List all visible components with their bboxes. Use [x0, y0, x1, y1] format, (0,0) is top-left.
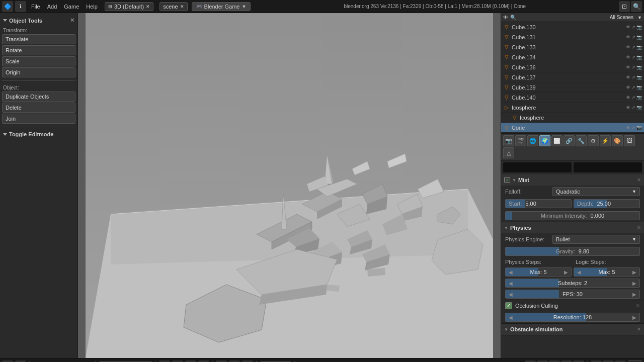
translate-button[interactable]: Translate [2, 34, 75, 44]
outliner-item-cube139[interactable]: ▽ Cube.139 👁 ↗ 📷 [501, 82, 644, 93]
physics-icon[interactable]: ⚡ [600, 135, 611, 146]
scale-button[interactable]: Scale [2, 56, 75, 66]
menu-help[interactable]: Help [83, 3, 101, 11]
outliner-item-cube133[interactable]: ▽ Cube.133 👁 ↗ 📷 [501, 42, 644, 52]
falloff-dropdown[interactable]: Quadratic ▼ [552, 187, 640, 196]
physics-close-icon[interactable]: ✕ [637, 225, 641, 230]
render-icon[interactable]: 📷 [636, 125, 642, 130]
manipulator-icon[interactable]: ↕ [216, 360, 227, 363]
outliner-item-cone[interactable]: ▽ Cone 👁 ↗ 📷 [501, 123, 644, 133]
data-icon[interactable]: △ [503, 147, 514, 158]
visibility-icon[interactable]: 👁 [626, 55, 630, 60]
visibility-icon[interactable]: 👁 [626, 75, 630, 80]
particles-icon[interactable]: ⚙ [588, 135, 599, 146]
obstacle-close-icon[interactable]: ✕ [637, 327, 641, 332]
play-icon[interactable]: ▶ [549, 360, 560, 363]
select-icon[interactable]: ↗ [631, 65, 635, 70]
texture-icon[interactable]: 🖼 [624, 135, 635, 146]
constraints-icon[interactable]: 🔗 [564, 135, 575, 146]
physics-arrow-right[interactable]: ▶ [564, 269, 568, 275]
mist-enabled-checkbox[interactable]: ✓ [504, 177, 510, 183]
duplicate-objects-button[interactable]: Duplicate Objects [2, 92, 75, 102]
res-arrow-right[interactable]: ▶ [632, 315, 636, 320]
render-icon[interactable]: 📷 [636, 35, 642, 40]
maximize-icon[interactable]: ⊡ [619, 1, 630, 12]
jump-start-icon[interactable]: ⏮ [525, 360, 536, 363]
search-icon[interactable]: 🔍 [631, 1, 642, 12]
max-logic-field[interactable]: ◀ Max: 5 ▶ [574, 267, 640, 277]
physics-arrow-left[interactable]: ◀ [509, 269, 513, 275]
modifier-icon[interactable]: 🔧 [576, 135, 587, 146]
visibility-icon[interactable]: 👁 [626, 65, 630, 70]
render-icon[interactable]: 📷 [636, 65, 642, 70]
blender-logo[interactable]: 🔷 [2, 1, 13, 12]
info-window-icon[interactable]: ℹ [15, 1, 26, 12]
next-frame-icon[interactable]: ▶ [561, 360, 572, 363]
menu-file[interactable]: File [28, 3, 43, 11]
physics-engine-dropdown[interactable]: Bullet ▼ [552, 235, 640, 244]
menu-game[interactable]: Game [61, 3, 82, 11]
origin-button[interactable]: Origin [2, 67, 75, 77]
pivot-icon[interactable]: ⊕ [229, 360, 240, 363]
menu-add[interactable]: Add [44, 3, 60, 11]
visibility-icon[interactable]: 👁 [626, 45, 630, 50]
snap-icon[interactable]: 🧲 [242, 360, 253, 363]
outliner-search-icon[interactable]: 🔍 [510, 15, 516, 20]
visibility-icon[interactable]: 👁 [626, 125, 630, 130]
join-button[interactable]: Join [2, 114, 75, 124]
outliner-item-cube136[interactable]: ▽ Cube.136 👁 ↗ 📷 [501, 62, 644, 72]
depth-field[interactable]: Depth: 25.00 [574, 199, 640, 208]
nla-icon[interactable]: 🎞 [615, 360, 626, 363]
object-tools-header[interactable]: Object Tools ✕ [2, 15, 75, 26]
occlusion-checkbox[interactable]: ✓ [505, 302, 512, 309]
mist-close-icon[interactable]: ✕ [637, 177, 641, 183]
scene-prop-icon[interactable]: 🎬 [515, 135, 526, 146]
panel-close-icon[interactable]: ✕ [70, 17, 74, 24]
frame-number[interactable]: 1 [628, 360, 642, 363]
jump-end-icon[interactable]: ⏭ [573, 360, 584, 363]
world-active-icon[interactable]: 🌍 [539, 135, 550, 146]
select-icon[interactable]: ↗ [631, 105, 635, 110]
render-icon[interactable]: 📷 [636, 45, 642, 50]
render-icon[interactable]: 📷 [636, 105, 642, 110]
outliner-item-icosphere-group[interactable]: ▷ Icosphere 👁 ↗ 📷 [501, 103, 644, 113]
viewport[interactable] [78, 13, 501, 358]
render-icon[interactable]: 📷 [636, 95, 642, 100]
fps-arrow-left[interactable]: ◀ [509, 292, 513, 297]
bottom-info-icon[interactable]: ℹ [15, 360, 26, 363]
fps-field[interactable]: ◀ FPS: 30 ▶ [505, 290, 640, 299]
select-icon[interactable]: ↗ [631, 75, 635, 80]
min-intensity-field[interactable]: Minimum Intensity: 0.000 [505, 211, 640, 220]
gravity-field[interactable]: Gravity: 9.80 [505, 247, 640, 256]
workspace-selector[interactable]: ⊞ 3D (Default) ✕ [105, 2, 153, 11]
render-prop-icon[interactable]: 📷 [503, 135, 514, 146]
outliner-item-cube140[interactable]: ▽ Cube.140 👁 ↗ 📷 [501, 93, 644, 103]
prev-frame-icon[interactable]: ◀ [537, 360, 548, 363]
color-swatch-2[interactable] [574, 162, 642, 172]
fps-arrow-right[interactable]: ▶ [632, 292, 636, 297]
select-icon[interactable]: ↗ [631, 95, 635, 100]
render-engine-selector[interactable]: 🎮 Blender Game ▼ [192, 2, 251, 11]
outliner-item-cube130[interactable]: ▽ Cube.130 👁 ↗ 📷 [501, 22, 644, 32]
material-icon[interactable]: 🎨 [612, 135, 623, 146]
select-icon[interactable]: ↗ [631, 55, 635, 60]
select-icon[interactable]: ↗ [631, 85, 635, 90]
rotate-button[interactable]: Rotate [2, 45, 75, 55]
physics-header[interactable]: ▼ Physics ✕ [501, 222, 644, 233]
occlusion-close-icon[interactable]: ✕ [636, 303, 640, 308]
select-icon[interactable]: ↗ [631, 35, 635, 40]
keyframe-icon[interactable]: 🔑 [591, 360, 602, 363]
render-icon[interactable]: 📷 [636, 55, 642, 60]
viewport-shade-1[interactable]: ⊙ [159, 360, 170, 363]
render-icon[interactable]: 📷 [636, 85, 642, 90]
outliner-item-cube131[interactable]: ▽ Cube.131 👁 ↗ 📷 [501, 32, 644, 42]
render-icon[interactable]: 📷 [636, 25, 642, 30]
viewport-shade-4[interactable]: ◪ [198, 360, 209, 363]
visibility-icon[interactable]: 👁 [626, 85, 630, 90]
visibility-icon[interactable]: 👁 [626, 35, 630, 40]
substeps-arrow-left[interactable]: ◀ [509, 281, 513, 286]
toggle-editmode-header[interactable]: Toggle Editmode [2, 129, 75, 139]
select-icon[interactable]: ↗ [631, 125, 635, 130]
timeline2-icon[interactable]: 📊 [603, 360, 614, 363]
substeps-arrow-right[interactable]: ▶ [632, 281, 636, 286]
